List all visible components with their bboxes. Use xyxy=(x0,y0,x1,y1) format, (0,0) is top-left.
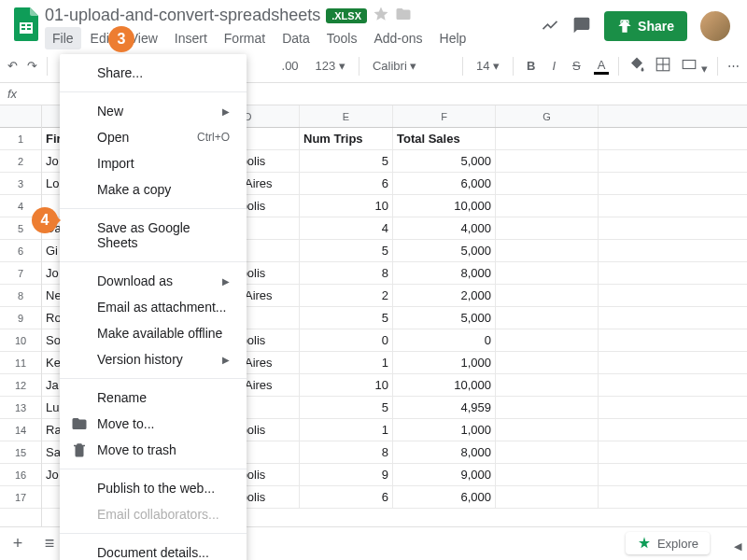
cell[interactable]: 9 xyxy=(300,464,393,485)
menu-item-document-details[interactable]: Document details... xyxy=(60,539,247,560)
row-header[interactable]: 13 xyxy=(0,397,41,419)
cell[interactable]: 6 xyxy=(300,486,393,508)
cell[interactable]: 8,000 xyxy=(393,441,496,463)
font-select[interactable]: Calibri ▾ xyxy=(369,59,453,73)
cell[interactable] xyxy=(496,486,599,508)
cell[interactable]: Num Trips xyxy=(300,128,393,149)
menu-item-move-to[interactable]: Move to... xyxy=(60,411,247,437)
document-title[interactable]: 01-upload-and-convert-spreadsheets xyxy=(45,6,320,25)
row-header[interactable]: 14 xyxy=(0,419,41,441)
cell[interactable]: 4 xyxy=(300,217,393,239)
avatar[interactable] xyxy=(700,11,730,41)
menu-data[interactable]: Data xyxy=(275,27,317,49)
fill-color-icon[interactable] xyxy=(628,56,645,76)
bold-icon[interactable]: B xyxy=(523,59,539,73)
menu-item-share[interactable]: Share... xyxy=(60,60,247,86)
menu-item-email-as-attachment[interactable]: Email as attachment... xyxy=(60,294,247,320)
cell[interactable]: 5 xyxy=(300,397,393,418)
trend-icon[interactable] xyxy=(541,16,559,37)
cell[interactable] xyxy=(496,217,599,239)
cell[interactable]: 8,000 xyxy=(393,262,496,284)
menu-item-download-as[interactable]: Download as▶ xyxy=(60,268,247,294)
row-header[interactable]: 12 xyxy=(0,374,41,397)
cell[interactable]: 8 xyxy=(300,262,393,284)
italic-icon[interactable]: I xyxy=(548,59,559,73)
folder-icon[interactable] xyxy=(395,6,412,25)
cell[interactable] xyxy=(496,173,599,194)
cell[interactable]: 1,000 xyxy=(393,352,496,373)
undo-icon[interactable]: ↶ xyxy=(7,59,18,73)
menu-file[interactable]: File xyxy=(45,27,81,49)
row-header[interactable]: 9 xyxy=(0,307,41,329)
cell[interactable]: 10,000 xyxy=(393,195,496,217)
cell[interactable]: 6,000 xyxy=(393,486,496,508)
share-button[interactable]: Share xyxy=(604,11,687,41)
sheets-logo[interactable] xyxy=(7,6,45,43)
comment-icon[interactable] xyxy=(572,16,591,37)
row-header[interactable]: 8 xyxy=(0,285,41,307)
menu-tools[interactable]: Tools xyxy=(319,27,365,49)
cell[interactable]: 1,000 xyxy=(393,419,496,441)
cell[interactable] xyxy=(496,441,599,463)
row-header[interactable]: 3 xyxy=(0,173,41,195)
cell[interactable] xyxy=(496,397,599,418)
cell[interactable]: 5,000 xyxy=(393,150,496,172)
cell[interactable]: 6 xyxy=(300,173,393,194)
cell[interactable]: 2 xyxy=(300,285,393,306)
row-header[interactable]: 17 xyxy=(0,486,41,509)
menu-item-move-to-trash[interactable]: Move to trash xyxy=(60,437,247,463)
size-select[interactable]: 14 ▾ xyxy=(472,59,503,73)
menu-help[interactable]: Help xyxy=(432,27,474,49)
menu-item-save-as-google-sheets[interactable]: Save as Google Sheets xyxy=(60,215,247,256)
cell[interactable] xyxy=(496,307,599,329)
cell[interactable] xyxy=(496,419,599,441)
merge-icon[interactable]: ▾ xyxy=(681,56,708,76)
col-header-G[interactable]: G xyxy=(496,105,599,127)
cell[interactable]: 6,000 xyxy=(393,173,496,194)
add-sheet-button[interactable]: + xyxy=(4,530,32,558)
cell[interactable]: 5 xyxy=(300,240,393,261)
cell[interactable] xyxy=(496,262,599,284)
cell[interactable]: 1 xyxy=(300,352,393,373)
select-all-corner[interactable] xyxy=(0,105,41,128)
cell[interactable]: 5 xyxy=(300,307,393,329)
menu-item-new[interactable]: New▶ xyxy=(60,98,247,124)
cell[interactable]: 10 xyxy=(300,195,393,217)
cell[interactable] xyxy=(496,150,599,172)
menu-add-ons[interactable]: Add-ons xyxy=(366,27,430,49)
cell[interactable]: 10 xyxy=(300,374,393,396)
cell[interactable] xyxy=(496,352,599,373)
redo-icon[interactable]: ↷ xyxy=(27,59,37,73)
row-header[interactable]: 16 xyxy=(0,464,41,486)
cell[interactable]: 0 xyxy=(300,329,393,351)
cell[interactable] xyxy=(496,128,599,149)
menu-item-rename[interactable]: Rename xyxy=(60,385,247,411)
col-header-F[interactable]: F xyxy=(393,105,496,127)
cell[interactable]: 5 xyxy=(300,150,393,172)
cell[interactable] xyxy=(496,195,599,217)
menu-item-open[interactable]: OpenCtrl+O xyxy=(60,124,247,150)
menu-item-version-history[interactable]: Version history▶ xyxy=(60,346,247,372)
cell[interactable] xyxy=(496,285,599,306)
cell[interactable]: 0 xyxy=(393,329,496,351)
explore-button[interactable]: Explore xyxy=(626,532,710,554)
row-header[interactable]: 1 xyxy=(0,128,41,150)
cell[interactable] xyxy=(496,329,599,351)
cell[interactable]: 2,000 xyxy=(393,285,496,306)
row-header[interactable]: 6 xyxy=(0,240,41,262)
menu-item-make-a-copy[interactable]: Make a copy xyxy=(60,176,247,203)
borders-icon[interactable] xyxy=(655,56,671,76)
format-btn[interactable]: 123 ▾ xyxy=(312,59,349,73)
more-icon[interactable]: ⋯ xyxy=(727,59,740,73)
row-header[interactable]: 2 xyxy=(0,150,41,173)
strike-icon[interactable]: S xyxy=(569,59,585,73)
scroll-left-icon[interactable]: ◀ xyxy=(734,540,741,553)
row-header[interactable]: 7 xyxy=(0,262,41,285)
cell[interactable]: Total Sales xyxy=(393,128,496,149)
cell[interactable]: 8 xyxy=(300,441,393,463)
star-icon[interactable] xyxy=(373,6,389,25)
cell[interactable]: 4,959 xyxy=(393,397,496,418)
col-header-E[interactable]: E xyxy=(300,105,393,127)
cell[interactable]: 1 xyxy=(300,419,393,441)
cell[interactable] xyxy=(496,374,599,396)
